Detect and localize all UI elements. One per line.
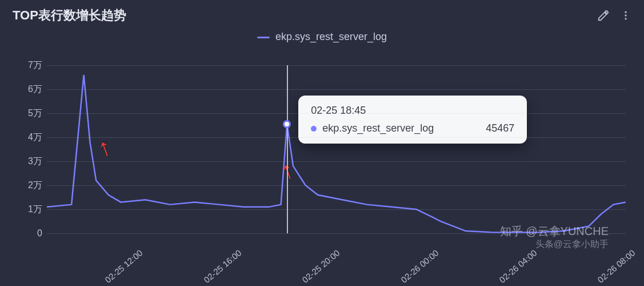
grid-line (47, 185, 626, 186)
more-icon[interactable] (620, 10, 631, 21)
chart-legend[interactable]: ekp.sys_rest_server_log (0, 29, 644, 44)
plot-region[interactable]: ↑ ↑ 02-25 18:45 ekp.sys_rest_server_log … (47, 65, 626, 233)
chart-panel: TOP表行数增长趋势 ekp.sys_rest_server_log ↑ ↑ 0… (0, 0, 644, 286)
tooltip-time: 02-25 18:45 (311, 105, 514, 117)
header-actions (597, 9, 631, 22)
svg-point-1 (625, 14, 626, 16)
hover-marker (283, 120, 291, 128)
y-axis-tick: 7万 (14, 59, 42, 72)
x-axis-tick: 02-25 16:00 (202, 248, 243, 284)
watermark-line1: 知乎 @云拿YUNCHE (500, 224, 609, 239)
y-axis-tick: 1万 (14, 204, 42, 216)
watermark-line2: 头条@云拿小助手 (500, 239, 609, 251)
svg-point-2 (625, 18, 626, 19)
x-axis-tick: 02-26 08:00 (596, 248, 637, 284)
tooltip-series-name: ekp.sys_rest_server_log (322, 122, 434, 134)
grid-line (47, 113, 626, 114)
y-axis-tick: 0 (14, 228, 42, 239)
panel-title: TOP表行数增长趋势 (13, 7, 126, 24)
x-axis-tick: 02-26 00:00 (399, 248, 440, 284)
grid-line (47, 65, 626, 66)
tooltip-series-dot (311, 126, 317, 132)
y-axis-tick: 5万 (14, 108, 42, 120)
y-axis-tick: 3万 (14, 156, 42, 168)
chart-area[interactable]: ↑ ↑ 02-25 18:45 ekp.sys_rest_server_log … (13, 49, 631, 273)
grid-line (47, 89, 626, 90)
grid-line (47, 161, 626, 162)
x-axis-tick: 02-25 20:00 (300, 248, 341, 284)
grid-line (47, 209, 626, 210)
legend-label: ekp.sys_rest_server_log (275, 31, 387, 42)
grid-line (47, 137, 626, 138)
tooltip-crosshair (287, 65, 288, 233)
tooltip-value: 45467 (486, 122, 514, 134)
x-axis-tick: 02-25 12:00 (103, 248, 145, 284)
edit-icon[interactable] (597, 9, 610, 22)
hover-tooltip: 02-25 18:45 ekp.sys_rest_server_log 4546… (298, 96, 527, 144)
y-axis-tick: 6万 (14, 84, 42, 96)
watermark: 知乎 @云拿YUNCHE 头条@云拿小助手 (500, 224, 609, 251)
y-axis-tick: 4万 (14, 132, 42, 144)
x-axis-tick: 02-26 04:00 (497, 248, 538, 284)
svg-point-0 (625, 11, 626, 13)
legend-swatch (257, 37, 270, 38)
line-series-svg (47, 65, 626, 233)
panel-header: TOP表行数增长趋势 (0, 0, 644, 29)
y-axis-tick: 2万 (14, 180, 42, 192)
